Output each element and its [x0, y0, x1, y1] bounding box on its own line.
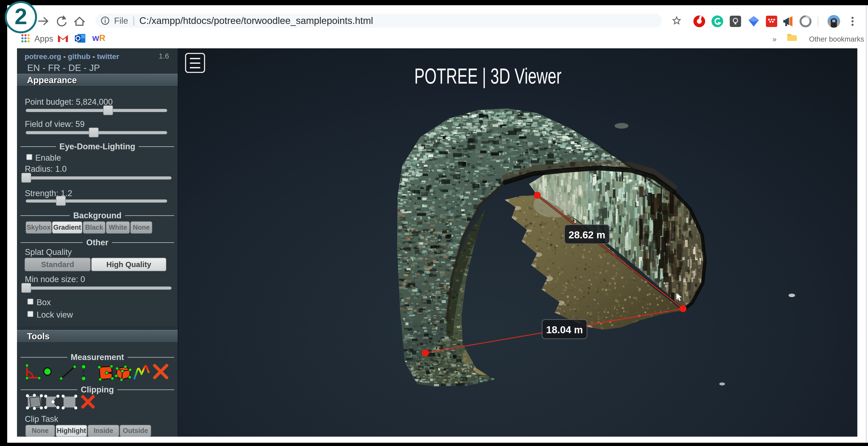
svg-text:18.04 m: 18.04 m	[546, 324, 583, 336]
svg-text:28.62 m: 28.62 m	[569, 229, 606, 241]
